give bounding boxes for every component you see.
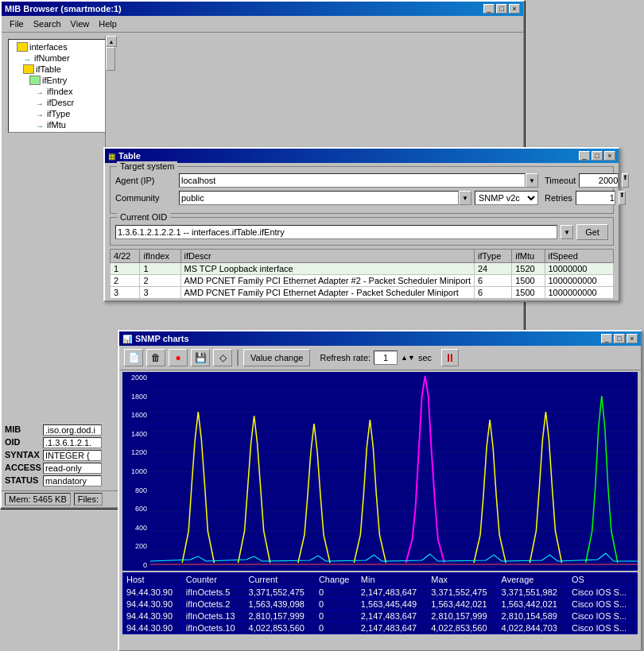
maximize-button[interactable]: □ [496,4,507,14]
tree-item-ifnumber[interactable]: ifNumber [10,52,105,64]
arrow-icon-ifindex [36,87,45,95]
table-row[interactable]: 3 3 AMD PCNET Family PCI Ethernet Adapte… [111,287,614,299]
row3-col3: AMD PCNET Family PCI Ethernet Adapter - … [180,287,475,299]
menu-file[interactable]: File [5,17,29,30]
charts-window-controls: _ □ × [601,334,638,343]
data-table: 4/22 ifIndex ifDescr ifType ifMtu ifSpee… [110,249,614,299]
minimize-button[interactable]: _ [483,4,495,14]
community-dropdown[interactable]: ▼ [459,191,471,205]
scroll-up-arrow[interactable]: ▲ [106,36,117,47]
table-maximize-button[interactable]: □ [592,151,603,161]
y-label-1800: 1800 [124,393,149,401]
chart-row3-max: 2,810,157,999 [428,610,498,622]
charts-toolbar: 📄 🗑 ● 💾 ◇ Value change Refresh rate: ▲▼ … [119,346,641,370]
chart-row4-counter: ifInOctets.10 [182,622,245,634]
chart-row3-avg: 2,810,154,589 [498,610,568,622]
info-panel: MIB .iso.org.dod.i OID .1.3.6.1.2.1. SYN… [2,421,105,491]
chart-col-min: Min [357,573,427,587]
refresh-rate-input[interactable] [374,351,398,365]
status-value: mandatory [43,475,102,486]
row1-col5: 1520 [512,263,545,275]
scrollbar-thumb[interactable] [106,47,115,71]
tree-item-ifindex[interactable]: ifIndex [10,86,105,97]
charts-titlebar: 📊 SNMP charts _ □ × [119,331,641,346]
oid-label: OID [5,437,43,448]
chart-row1-avg: 3,371,551,982 [498,587,568,599]
chart-row1-host: 94.44.30.90 [123,587,183,599]
row2-col2: 2 [140,275,180,287]
y-label-2000: 2000 [124,374,149,382]
agent-ip-dropdown[interactable]: ▼ [526,173,538,188]
agent-ip-input[interactable] [179,173,526,188]
charts-window: 📊 SNMP charts _ □ × 📄 🗑 ● 💾 ◇ Value chan… [118,330,642,651]
charts-data-table: Host Counter Current Change Min Max Aver… [122,572,638,634]
tree-item-interfaces[interactable]: interfaces [10,41,105,52]
info-row-access: ACCESS read-only [5,463,102,474]
oid-input[interactable] [115,225,557,239]
tree-item-ifdescr[interactable]: ifDescr [10,97,105,108]
community-input[interactable] [179,191,459,205]
menu-help[interactable]: Help [94,17,122,30]
row2-col5: 1500 [512,275,545,287]
table-row[interactable]: 2 2 AMD PCNET Family PCI Ethernet Adapte… [111,275,614,287]
syntax-label: SYNTAX [5,450,43,461]
close-button[interactable]: × [509,4,520,14]
mib-value: .iso.org.dod.i [43,424,102,436]
chart-row3-current: 2,810,157,999 [245,610,315,622]
chart-data-row[interactable]: 94.44.30.90 ifInOctets.10 4,022,853,560 … [123,622,638,634]
delete-chart-button[interactable]: 🗑 [146,349,165,366]
charts-minimize-button[interactable]: _ [601,334,612,343]
spin-up-icon[interactable]: ▲▼ [401,354,415,362]
status-label: STATUS [5,475,43,486]
menu-search[interactable]: Search [29,17,66,30]
value-change-button[interactable]: Value change [243,349,310,366]
y-label-0: 0 [124,561,149,569]
chart-data-row[interactable]: 94.44.30.90 ifInOctets.5 3,371,552,475 0… [123,587,638,599]
save-chart-button[interactable]: 💾 [191,349,210,366]
snmp-version-select[interactable]: SNMP v2c SNMP v1 SNMP v3 [475,191,538,205]
chart-row1-max: 3,371,552,475 [428,587,498,599]
timeout-input[interactable] [579,173,619,188]
chart-row3-host: 94.44.30.90 [123,610,183,622]
table-minimize-button[interactable]: _ [579,151,590,161]
pause-button[interactable]: ⏸ [441,349,459,366]
charts-close-button[interactable]: × [627,334,638,343]
table-titlebar: ▦ Table _ □ × [105,149,619,163]
agent-ip-row: Agent (IP) ▼ Timeout ⬆ [115,173,608,188]
clear-chart-button[interactable]: ◇ [213,349,232,366]
chart-area: 2000 1800 1600 1400 1200 1000 800 600 40… [122,372,638,571]
get-button[interactable]: Get [576,224,608,240]
sec-label: sec [418,353,432,362]
mib-browser-title: MIB Browser (smartmode:1) [5,4,122,14]
tree-item-ifentry[interactable]: ifEntry [10,75,105,86]
chart-row4-max: 4,022,853,560 [428,622,498,634]
tree-item-ifmtu[interactable]: ifMtu [10,119,105,130]
community-row: Community ▼ SNMP v2c SNMP v1 SNMP v3 Ret… [115,191,608,205]
chart-row2-min: 1,563,445,449 [357,599,427,610]
chart-row2-current: 1,563,439,098 [245,599,315,610]
row3-col2: 3 [140,287,180,299]
timeout-spin[interactable]: ⬆ [622,173,629,188]
menu-view[interactable]: View [66,17,95,30]
new-chart-button[interactable]: 📄 [124,349,143,366]
tree-item-iftable[interactable]: ifTable [10,64,105,75]
retries-spin[interactable]: ⬆ [619,191,626,205]
current-oid-label: Current OID [117,212,170,222]
oid-dropdown[interactable]: ▼ [561,225,573,239]
access-label: ACCESS [5,463,43,474]
save-icon: 💾 [195,352,207,363]
col-header-2: ifIndex [140,250,180,263]
row2-col1: 2 [111,275,140,287]
arrow-icon-ifmtu [36,121,45,129]
mib-browser-titlebar: MIB Browser (smartmode:1) _ □ × [2,2,523,16]
chart-col-change: Change [315,573,357,587]
table-close-button[interactable]: × [604,151,615,161]
tree-item-iftype[interactable]: ifType [10,108,105,119]
chart-data-row[interactable]: 94.44.30.90 ifInOctets.13 2,810,157,999 … [123,610,638,622]
table-row[interactable]: 1 1 MS TCP Loopback interface 24 1520 10… [111,263,614,275]
retries-input[interactable] [576,191,615,205]
refresh-chart-button[interactable]: ● [169,349,188,366]
charts-maximize-button[interactable]: □ [614,334,625,343]
folder-icon-iftable [23,64,34,74]
chart-data-row[interactable]: 94.44.30.90 ifInOctets.2 1,563,439,098 0… [123,599,638,610]
